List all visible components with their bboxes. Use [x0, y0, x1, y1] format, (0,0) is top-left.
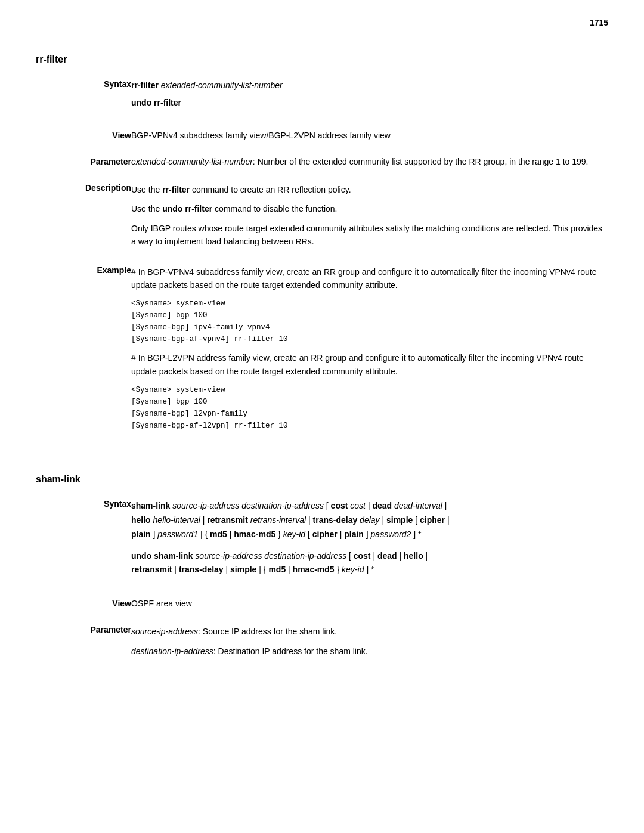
sl-plain: plain: [131, 529, 153, 539]
sl-undo-cmd: undo sham-link: [131, 551, 195, 561]
example-content: # In BGP-VPNv4 subaddress family view, c…: [131, 263, 608, 444]
example-intro-1: # In BGP-VPNv4 subaddress family view, c…: [131, 265, 608, 292]
sl-retransmit: retransmit: [207, 515, 250, 525]
sl-pipe-5: |: [382, 515, 386, 525]
sl-param-src: source-ip-address destination-ip-address: [172, 501, 326, 510]
sl-retrans-val: retrans-interval: [250, 515, 308, 525]
sl-undo-params: source-ip-address destination-ip-address: [195, 551, 349, 561]
sl-undo-trans-delay: trans-delay: [179, 565, 226, 574]
sl-hello: hello: [131, 515, 153, 525]
example-code-2: <Sysname> system-view [Sysname] bgp 100 …: [131, 384, 608, 432]
sl-parameter-row: Parameter source-ip-address: Source IP a…: [36, 623, 608, 664]
sl-undo-pipe-3: |: [426, 551, 428, 561]
sl-bracket-2: [: [415, 515, 420, 525]
sl-delay-val: delay: [360, 515, 382, 525]
page-number: 1715: [590, 18, 608, 27]
sl-param-2: destination-ip-address: Destination IP a…: [131, 645, 608, 658]
rr-filter-table: Syntax rr-filter extended-community-list…: [36, 77, 608, 444]
description-row: Description Use the rr-filter command to…: [36, 181, 608, 255]
desc-para-1: Use the rr-filter command to create an R…: [131, 183, 608, 196]
syntax-cmd-1: rr-filter: [131, 80, 161, 90]
syntax-cmd-2: undo rr-filter: [131, 98, 181, 107]
sl-syntax-line-1: sham-link source-ip-address destination-…: [131, 499, 608, 541]
sl-cost: cost: [331, 501, 351, 510]
section-rr-filter: rr-filter Syntax rr-filter extended-comm…: [36, 54, 608, 444]
sl-syntax-line-2: undo sham-link source-ip-address destina…: [131, 549, 608, 578]
sl-param-1: source-ip-address: Source IP address for…: [131, 625, 608, 638]
sl-dead: dead: [372, 501, 394, 510]
desc-para-3: Only IBGP routes whose route target exte…: [131, 222, 608, 249]
syntax-label: Syntax: [36, 77, 131, 120]
sl-undo-key-id: key-id: [342, 565, 366, 574]
sl-syntax-row: Syntax sham-link source-ip-address desti…: [36, 497, 608, 588]
sl-brace-2: }: [278, 529, 283, 539]
sl-bracket-1: [: [326, 501, 331, 510]
description-label: Description: [36, 181, 131, 255]
syntax-row: Syntax rr-filter extended-community-list…: [36, 77, 608, 120]
syntax-content: rr-filter extended-community-list-number…: [131, 77, 608, 120]
parameter-term: extended-community-list-number: [131, 157, 253, 166]
sl-md5: md5: [210, 529, 230, 539]
example-intro-2: # In BGP-L2VPN address family view, crea…: [131, 351, 608, 378]
sl-bracket-4: [: [308, 529, 312, 539]
sl-undo-pipe-4: |: [174, 565, 179, 574]
sl-cmd-1: sham-link: [131, 501, 172, 510]
sl-undo-simple: simple: [230, 565, 259, 574]
sl-undo-hello: hello: [404, 551, 426, 561]
sl-plain-2: plain: [344, 529, 366, 539]
sl-dead-val: dead-interval: [394, 501, 445, 510]
sl-syntax-content: sham-link source-ip-address destination-…: [131, 497, 608, 588]
view-row: View BGP-VPNv4 subaddress family view/BG…: [36, 128, 608, 146]
sl-cipher: cipher: [420, 515, 447, 525]
sl-view-content: OSPF area view: [131, 596, 608, 614]
sl-param-term-1: source-ip-address: [131, 627, 198, 636]
sl-brace-1: {: [205, 529, 210, 539]
parameter-row: Parameter extended-community-list-number…: [36, 154, 608, 172]
sl-param-term-2: destination-ip-address: [131, 646, 213, 656]
section-title-rr-filter: rr-filter: [36, 54, 608, 65]
sl-password1: password1: [157, 529, 200, 539]
sl-password2: password2: [371, 529, 414, 539]
syntax-param-1: extended-community-list-number: [161, 80, 283, 90]
sl-cipher-2: cipher: [312, 529, 340, 539]
section-divider-sham-link: [36, 462, 608, 462]
sl-syntax-label: Syntax: [36, 497, 131, 588]
sl-undo-bracket: [: [349, 551, 354, 561]
sl-trans-delay: trans-delay: [313, 515, 360, 525]
sl-undo-pipe-6: |: [259, 565, 264, 574]
sl-undo-md5: md5: [268, 565, 288, 574]
section-title-sham-link: sham-link: [36, 474, 608, 485]
sl-undo-pipe-7: |: [288, 565, 293, 574]
syntax-line-1: rr-filter extended-community-list-number: [131, 79, 608, 92]
sl-key-id-1: key-id: [283, 529, 308, 539]
sl-pipe-2: |: [445, 501, 447, 510]
sl-undo-dead: dead: [377, 551, 400, 561]
sl-hello-val: hello-interval: [153, 515, 203, 525]
sl-cost-val: cost: [350, 501, 368, 510]
sham-link-table: Syntax sham-link source-ip-address desti…: [36, 497, 608, 664]
view-content: BGP-VPNv4 subaddress family view/BGP-L2V…: [131, 128, 608, 146]
sl-pipe-4: |: [308, 515, 313, 525]
sl-view-row: View OSPF area view: [36, 596, 608, 614]
sl-parameter-content: source-ip-address: Source IP address for…: [131, 623, 608, 664]
parameter-content: extended-community-list-number: Number o…: [131, 154, 608, 172]
sl-bracket-6: ] *: [413, 529, 421, 539]
description-content: Use the rr-filter command to create an R…: [131, 181, 608, 255]
section-divider-rr-filter: [36, 42, 608, 42]
sl-undo-pipe-2: |: [400, 551, 404, 561]
desc-bold-1: rr-filter: [162, 185, 190, 194]
sl-view-label: View: [36, 596, 131, 614]
example-row: Example # In BGP-VPNv4 subaddress family…: [36, 263, 608, 444]
sl-parameter-label: Parameter: [36, 623, 131, 664]
desc-bold-2: undo rr-filter: [162, 204, 212, 213]
parameter-label: Parameter: [36, 154, 131, 172]
sl-undo-bracket-2: ] *: [366, 565, 374, 574]
sl-undo-pipe-5: |: [225, 565, 230, 574]
sl-simple: simple: [386, 515, 415, 525]
sl-undo-hmac-md5: hmac-md5: [293, 565, 337, 574]
sl-hmac-md5: hmac-md5: [234, 529, 278, 539]
sl-pipe-6: |: [447, 515, 450, 525]
sl-undo-retransmit: retransmit: [131, 565, 174, 574]
sl-undo-cost: cost: [354, 551, 373, 561]
sl-bracket-5: ]: [366, 529, 371, 539]
